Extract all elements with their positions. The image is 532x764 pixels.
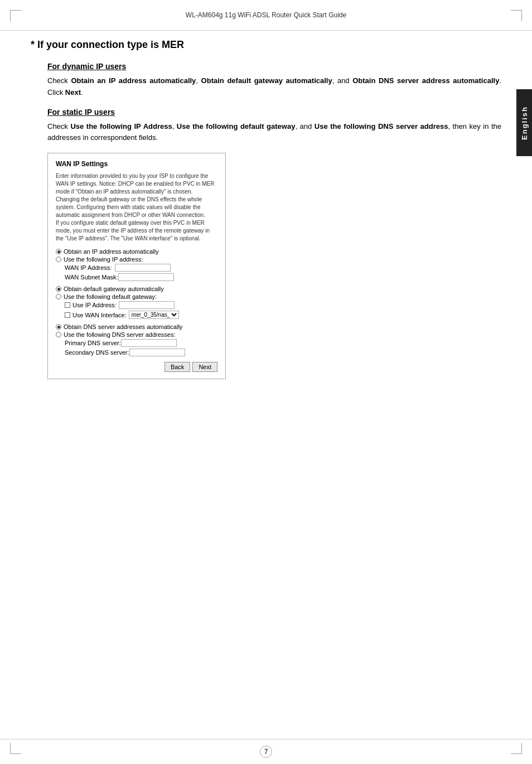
next-button[interactable]: Next	[192, 362, 217, 372]
wan-subnet-label: WAN Subnet Mask:	[65, 274, 118, 281]
radio-auto-ip-circle	[56, 249, 61, 254]
radio-static-ip-label: Use the following IP address:	[64, 256, 143, 263]
dynamic-ip-section: For dynamic IP users Check Obtain an IP …	[47, 62, 501, 99]
wan-box-title: WAN IP Settings	[56, 160, 217, 168]
use-ip-input[interactable]	[119, 301, 175, 309]
stat-bold1: Use the following IP Address	[70, 122, 172, 130]
header: WL-AM604g 11g WiFi ADSL Router Quick Sta…	[0, 0, 532, 31]
radio-static-dns-label: Use the following DNS server addresses:	[64, 331, 176, 338]
static-ip-text: Check Use the following IP Address, Use …	[47, 121, 501, 144]
wan-interface-select[interactable]: mer_0_35/nas_0_35	[129, 311, 179, 319]
checkbox-use-wan-label: Use WAN Interface:	[72, 312, 127, 318]
radio-static-gw-circle	[56, 294, 61, 299]
radio-auto-dns[interactable]: Obtain DNS server addresses automaticall…	[56, 323, 217, 330]
dyn-and: , and	[332, 76, 353, 85]
dyn-end: .	[81, 88, 83, 96]
radio-auto-gw[interactable]: Obtain default gateway automatically	[56, 286, 217, 292]
section-title: * If your connection type is MER	[31, 39, 501, 51]
radio-static-gw-label: Use the following default gateway:	[64, 293, 157, 300]
static-ip-heading: For static IP users	[47, 108, 501, 117]
checkbox-use-wan-row: Use WAN Interface: mer_0_35/nas_0_35	[65, 311, 217, 319]
back-button[interactable]: Back	[165, 362, 190, 372]
radio-auto-ip[interactable]: Obtain an IP address automatically	[56, 248, 217, 255]
radio-static-ip-circle	[56, 257, 61, 262]
dynamic-ip-heading: For dynamic IP users	[47, 62, 501, 71]
stat-bold2: Use the following default gateway	[177, 122, 296, 130]
dyn-bold1: Obtain an IP address automatically	[71, 76, 196, 85]
radio-auto-gw-label: Obtain default gateway automatically	[64, 286, 164, 292]
stat-comma: ,	[172, 122, 177, 130]
page-number: 7	[260, 746, 272, 758]
stat-bold3: Use the following DNS server address	[315, 122, 448, 130]
wan-subnet-input[interactable]	[118, 273, 174, 281]
radio-static-dns-circle	[56, 332, 61, 337]
radio-auto-ip-label: Obtain an IP address automatically	[64, 248, 158, 255]
static-ip-section: For static IP users Check Use the follow…	[47, 108, 501, 144]
wan-subnet-row: WAN Subnet Mask:	[65, 273, 217, 281]
radio-static-dns[interactable]: Use the following DNS server addresses:	[56, 331, 217, 338]
wan-ip-input[interactable]	[115, 264, 171, 272]
checkbox-use-ip-label: Use IP Address:	[72, 302, 117, 308]
dyn-comma: ,	[196, 76, 201, 85]
radio-auto-dns-label: Obtain DNS server addresses automaticall…	[64, 323, 182, 330]
checkbox-use-ip-box[interactable]	[65, 302, 70, 308]
wan-ip-row: WAN IP Address:	[65, 264, 217, 272]
main-content: * If your connection type is MER For dyn…	[31, 39, 501, 379]
dyn-bold4: Next	[65, 88, 81, 96]
dynamic-ip-text: Check Obtain an IP address automatically…	[47, 75, 501, 99]
side-tab: English	[516, 89, 532, 156]
radio-static-gw[interactable]: Use the following default gateway:	[56, 293, 217, 300]
wan-notice: Enter information provided to you by you…	[56, 172, 217, 243]
dyn-bold2: Obtain default gateway automatically	[201, 76, 332, 85]
radio-auto-dns-circle	[56, 324, 61, 330]
stat-before: Check	[47, 122, 70, 130]
stat-and: , and	[295, 122, 314, 130]
header-title: WL-AM604g 11g WiFi ADSL Router Quick Sta…	[186, 11, 346, 19]
secondary-dns-input[interactable]	[129, 349, 185, 356]
dyn-text-before: Check	[47, 76, 71, 85]
primary-dns-input[interactable]	[121, 339, 177, 347]
secondary-dns-row: Secondary DNS server:	[65, 349, 217, 356]
button-row: Back Next	[56, 362, 217, 372]
primary-dns-row: Primary DNS server:	[65, 339, 217, 347]
footer: 7	[0, 739, 532, 764]
dyn-bold3: Obtain DNS server address automatically	[352, 76, 499, 85]
secondary-dns-label: Secondary DNS server:	[65, 349, 129, 356]
radio-auto-gw-circle	[56, 286, 61, 292]
primary-dns-label: Primary DNS server:	[65, 340, 121, 346]
checkbox-use-wan-box[interactable]	[65, 312, 70, 318]
checkbox-use-ip-row: Use IP Address:	[65, 301, 217, 309]
wan-ip-label: WAN IP Address:	[65, 264, 115, 271]
wan-settings-box: WAN IP Settings Enter information provid…	[47, 153, 226, 379]
side-tab-label: English	[520, 106, 529, 140]
radio-static-ip[interactable]: Use the following IP address:	[56, 256, 217, 263]
